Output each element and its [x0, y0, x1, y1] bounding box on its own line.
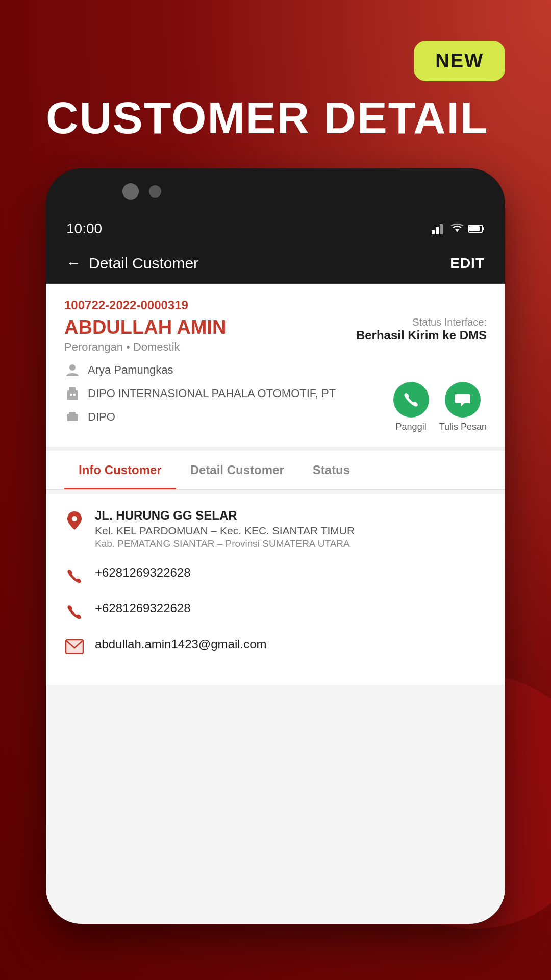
svg-rect-12	[67, 414, 78, 421]
customer-name-block: ABDULLAH AMIN Perorangan • Domestik	[64, 316, 226, 354]
dealer-name: DIPO INTERNASIONAL PAHALA OTOMOTIF, PT	[88, 387, 336, 400]
new-badge: NEW	[414, 41, 505, 81]
tag-icon	[64, 409, 81, 425]
tab-detail-customer[interactable]: Detail Customer	[176, 451, 298, 489]
customer-info-rows: Arya Pamungkas DIPO INTERNASIONAL PAHALA…	[64, 362, 487, 432]
header-left[interactable]: ← Detail Customer	[66, 255, 198, 272]
status-bar: 10:00	[46, 214, 505, 243]
phone1-icon	[64, 566, 85, 585]
customer-id: 100722-2022-0000319	[64, 298, 487, 312]
tab-info-customer[interactable]: Info Customer	[64, 451, 176, 489]
header-title: Detail Customer	[89, 255, 198, 272]
sales-row: Arya Pamungkas	[64, 362, 393, 378]
back-arrow-icon[interactable]: ←	[66, 255, 81, 272]
message-label: Tulis Pesan	[439, 422, 487, 432]
status-icons	[432, 223, 485, 234]
battery-icon	[468, 224, 485, 233]
tab-status[interactable]: Status	[298, 451, 364, 489]
location-icon	[64, 508, 85, 531]
building-icon	[64, 385, 81, 402]
address-content: JL. HURUNG GG SELAR Kel. KEL PARDOMUAN –…	[95, 508, 487, 549]
tabs-bar: Info Customer Detail Customer Status	[46, 451, 505, 490]
svg-marker-2	[440, 224, 443, 234]
status-time: 10:00	[66, 220, 102, 237]
edit-button[interactable]: EDIT	[450, 255, 485, 272]
signal-icon	[432, 223, 446, 234]
address-kel: Kel. KEL PARDOMUAN – Kec. KEC. SIANTAR T…	[95, 525, 487, 537]
phone2-row: +6281269322628	[64, 601, 487, 621]
svg-point-14	[72, 516, 77, 521]
phone2-content: +6281269322628	[95, 601, 487, 616]
status-interface: Status Interface: Berhasil Kirim ke DMS	[356, 316, 487, 342]
svg-rect-5	[483, 227, 484, 230]
svg-point-7	[69, 364, 76, 371]
call-circle[interactable]	[393, 382, 429, 418]
phone1-content: +6281269322628	[95, 566, 487, 580]
email-row: abdullah.amin1423@gmail.com	[64, 637, 487, 654]
camera-main	[122, 183, 139, 200]
svg-marker-0	[432, 230, 435, 234]
dealer-short-row: DIPO	[64, 409, 393, 425]
svg-rect-10	[70, 394, 72, 396]
svg-rect-9	[69, 387, 76, 391]
svg-rect-11	[73, 394, 76, 396]
phone-camera-area	[46, 168, 505, 214]
message-circle[interactable]	[445, 382, 481, 418]
page-title: CUSTOMER DETAIL	[46, 92, 489, 144]
phone2-icon	[64, 601, 85, 621]
phone-content: 100722-2022-0000319 ABDULLAH AMIN Perora…	[46, 284, 505, 924]
phone1-number: +6281269322628	[95, 566, 487, 580]
phone-mockup: 10:00 ← Detail Cust	[46, 168, 505, 924]
person-icon	[64, 362, 81, 378]
svg-marker-3	[455, 229, 459, 232]
address-street: JL. HURUNG GG SELAR	[95, 508, 487, 523]
call-button[interactable]: Panggil	[393, 382, 429, 432]
dealer-row: DIPO INTERNASIONAL PAHALA OTOMOTIF, PT	[64, 385, 393, 402]
dealer-short: DIPO	[88, 410, 115, 424]
camera-secondary	[149, 185, 161, 198]
phone2-number: +6281269322628	[95, 601, 487, 616]
customer-header: ABDULLAH AMIN Perorangan • Domestik Stat…	[64, 316, 487, 354]
customer-name: ABDULLAH AMIN	[64, 316, 226, 338]
email-address: abdullah.amin1423@gmail.com	[95, 637, 487, 651]
app-header: ← Detail Customer EDIT	[46, 243, 505, 284]
email-content: abdullah.amin1423@gmail.com	[95, 637, 487, 651]
wifi-icon	[450, 223, 464, 234]
status-interface-value: Berhasil Kirim ke DMS	[356, 328, 487, 342]
address-kab: Kab. PEMATANG SIANTAR – Provinsi SUMATER…	[95, 538, 487, 549]
phone1-row: +6281269322628	[64, 566, 487, 585]
svg-rect-6	[469, 226, 480, 231]
action-buttons: Panggil Tulis Pesan	[393, 382, 487, 432]
address-row: JL. HURUNG GG SELAR Kel. KEL PARDOMUAN –…	[64, 508, 487, 549]
svg-marker-1	[436, 227, 439, 234]
info-left: Arya Pamungkas DIPO INTERNASIONAL PAHALA…	[64, 362, 393, 432]
call-label: Panggil	[396, 422, 427, 432]
status-interface-label: Status Interface:	[356, 316, 487, 328]
customer-type: Perorangan • Domestik	[64, 340, 226, 354]
info-customer-section: JL. HURUNG GG SELAR Kel. KEL PARDOMUAN –…	[46, 494, 505, 685]
message-button[interactable]: Tulis Pesan	[439, 382, 487, 432]
customer-card: 100722-2022-0000319 ABDULLAH AMIN Perora…	[46, 284, 505, 451]
sales-name: Arya Pamungkas	[88, 363, 173, 377]
email-icon	[64, 637, 85, 654]
svg-rect-13	[69, 412, 76, 415]
